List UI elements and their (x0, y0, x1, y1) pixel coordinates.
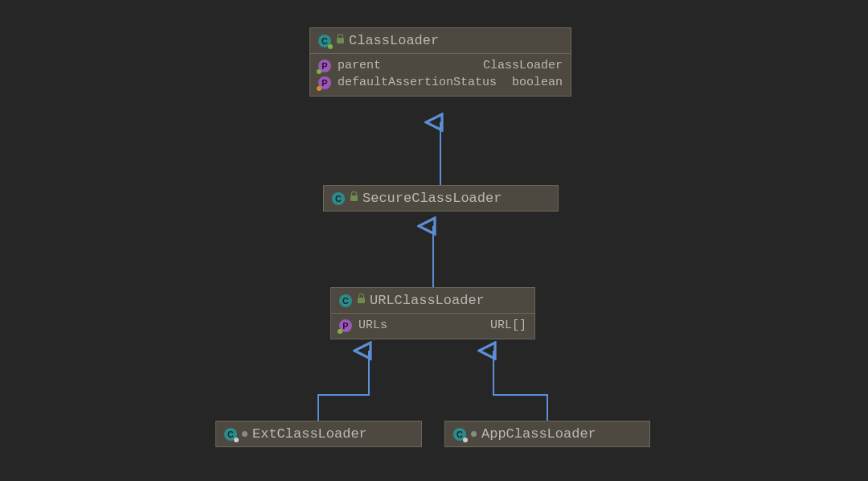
inheritance-arrows (0, 0, 868, 481)
